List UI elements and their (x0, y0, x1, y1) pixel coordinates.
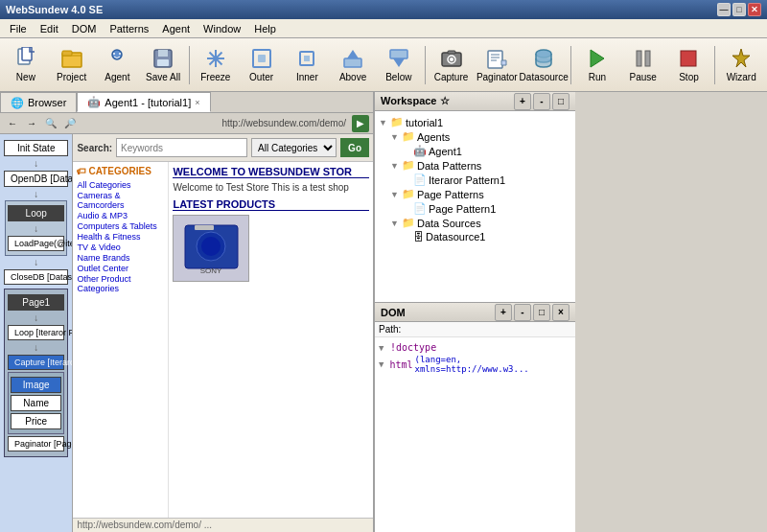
agent-tab[interactable]: 🤖 Agent1 - [tutorial1] × (77, 92, 210, 112)
menu-edit[interactable]: Edit (35, 21, 64, 36)
flow-node-init[interactable]: Init State (4, 140, 68, 156)
agent-tab-icon: 🤖 (87, 96, 101, 108)
status-text: http://websundew.com/demo/ ... (77, 520, 212, 530)
category-computers[interactable]: Computers & Tablets (77, 221, 164, 231)
project-button[interactable]: Project (50, 41, 94, 89)
dom-btn-1[interactable]: + (495, 304, 512, 321)
expand-icon: ▼ (390, 161, 400, 171)
tree-label: Data Patterns (417, 160, 481, 172)
agent-tab-close[interactable]: × (195, 98, 199, 107)
menu-agent[interactable]: Agent (156, 21, 196, 36)
flow-node-loop[interactable]: Loop (8, 205, 64, 221)
pause-button[interactable]: Pause (621, 41, 665, 89)
tree-item-datasource1[interactable]: 🗄 Datasource1 (402, 230, 571, 243)
window-title: WebSundew 4.0 SE (6, 4, 717, 15)
folder-icon: 📁 (402, 130, 415, 143)
svg-rect-3 (62, 51, 72, 56)
flow-node-loop2[interactable]: Loop [Iteraror Pattern1] (8, 325, 64, 340)
tree-item-page-patterns[interactable]: ▼ 📁 Page Patterns (390, 187, 571, 201)
flow-node-image[interactable]: Image (11, 377, 61, 393)
run-button[interactable]: Run (575, 41, 619, 89)
svg-rect-18 (344, 58, 361, 67)
close-button[interactable]: ✕ (748, 3, 761, 16)
capture-button[interactable]: Capture (430, 41, 474, 89)
flow-node-capture[interactable]: Capture [Iteraror Pattern1] (8, 355, 64, 370)
agent-button[interactable]: Agent (96, 41, 140, 89)
flow-node-page1[interactable]: Page1 (8, 294, 64, 311)
menu-help[interactable]: Help (248, 21, 282, 36)
new-label: New (16, 72, 35, 82)
category-other[interactable]: Other Product Categories (77, 274, 164, 293)
freeze-button[interactable]: Freeze (194, 41, 238, 89)
flow-node-loadpage[interactable]: LoadPage(@item) (8, 236, 64, 251)
workspace-btn-2[interactable]: - (533, 93, 550, 110)
wizard-button[interactable]: Wizard (719, 41, 763, 89)
menu-dom[interactable]: DOM (66, 21, 103, 36)
flow-node-price[interactable]: Price (11, 413, 61, 429)
tree-item-page-pattern1[interactable]: 📄 Page Pattern1 (402, 201, 571, 216)
undo-button[interactable]: ← (4, 115, 21, 132)
zoom-out-button[interactable]: 🔎 (61, 115, 79, 132)
outer-button[interactable]: Outer (240, 41, 284, 89)
url-display: http://websundew.com/demo/ (221, 118, 346, 128)
svg-rect-20 (390, 50, 407, 58)
categories-heading: 🏷 CATEGORIES (77, 166, 164, 176)
menu-file[interactable]: File (4, 21, 33, 36)
category-cameras[interactable]: Cameras & Camcorders (77, 191, 164, 210)
outer-label: Outer (249, 72, 273, 82)
search-go-button[interactable]: Go (340, 138, 369, 157)
dom-path-label: Path: (379, 324, 401, 335)
menu-window[interactable]: Window (198, 21, 246, 36)
freeze-icon (204, 47, 227, 70)
tree-item-agent1[interactable]: 🤖 Agent1 (402, 144, 571, 158)
workspace-btn-3[interactable]: □ (552, 93, 569, 110)
workspace-btn-1[interactable]: + (514, 93, 531, 110)
svg-rect-17 (304, 56, 310, 61)
category-brands[interactable]: Name Brands (77, 253, 164, 263)
dom-btn-3[interactable]: □ (533, 304, 550, 321)
category-all[interactable]: All Categories (77, 180, 164, 190)
tree-item-tutorial1[interactable]: ▼ 📁 tutorial1 (379, 115, 571, 129)
paginator-button[interactable]: Paginator (475, 41, 519, 89)
search-input[interactable] (116, 138, 247, 157)
category-audio[interactable]: Audio & MP3 (77, 211, 164, 220)
below-button[interactable]: Below (377, 41, 421, 89)
dom-btn-4[interactable]: × (552, 304, 569, 321)
datasource-button[interactable]: Datasource (521, 41, 567, 89)
pause-icon (632, 47, 655, 70)
category-tv[interactable]: TV & Video (77, 243, 164, 252)
welcome-text: Welcome to Test Store This is a test sho… (173, 182, 369, 193)
svg-marker-19 (347, 50, 359, 58)
tree-item-iteraror[interactable]: 📄 Iteraror Pattern1 (402, 173, 571, 187)
dom-btn-2[interactable]: - (514, 304, 531, 321)
zoom-in-button[interactable]: 🔍 (42, 115, 59, 132)
category-outlet[interactable]: Outlet Center (77, 264, 164, 273)
redo-button[interactable]: → (23, 115, 40, 132)
flow-node-closedb[interactable]: CloseDB [Datasource1] (4, 269, 68, 285)
inner-button[interactable]: Inner (285, 41, 329, 89)
go-button[interactable]: ▶ (352, 115, 369, 132)
datasource-icon (532, 47, 555, 70)
dom-node-html[interactable]: ▼ html (lang=en, xmlns=http://www.w3... (379, 354, 571, 375)
flow-node-opendb[interactable]: OpenDB [Datasource1] (4, 171, 68, 187)
browser-tab[interactable]: 🌐 Browser (0, 92, 77, 112)
datasource-label: Datasource (520, 72, 569, 82)
tree-item-agents[interactable]: ▼ 📁 Agents (390, 129, 571, 144)
dom-node-doctype[interactable]: ▼ !doctype (379, 341, 571, 354)
dom-toolbar: + - □ × (495, 304, 569, 321)
flow-node-paginator[interactable]: Paginator [Page Pattern1] (8, 436, 64, 451)
dom-html-tag: html (389, 359, 412, 370)
tree-item-data-sources[interactable]: ▼ 📁 Data Sources (390, 216, 571, 230)
category-select[interactable]: All Categories (251, 138, 337, 157)
flow-node-name[interactable]: Name (11, 395, 61, 411)
category-health[interactable]: Health & Fitness (77, 232, 164, 242)
save-all-button[interactable]: Save All (141, 41, 185, 89)
loop-container: Loop ↓ LoadPage(@item) (5, 200, 67, 256)
new-button[interactable]: New (4, 41, 48, 89)
minimize-button[interactable]: — (717, 3, 731, 16)
tree-item-data-patterns[interactable]: ▼ 📁 Data Patterns (390, 158, 571, 173)
menu-patterns[interactable]: Patterns (104, 21, 154, 36)
above-button[interactable]: Above (331, 41, 375, 89)
maximize-button[interactable]: □ (732, 3, 746, 16)
stop-button[interactable]: Stop (667, 41, 711, 89)
